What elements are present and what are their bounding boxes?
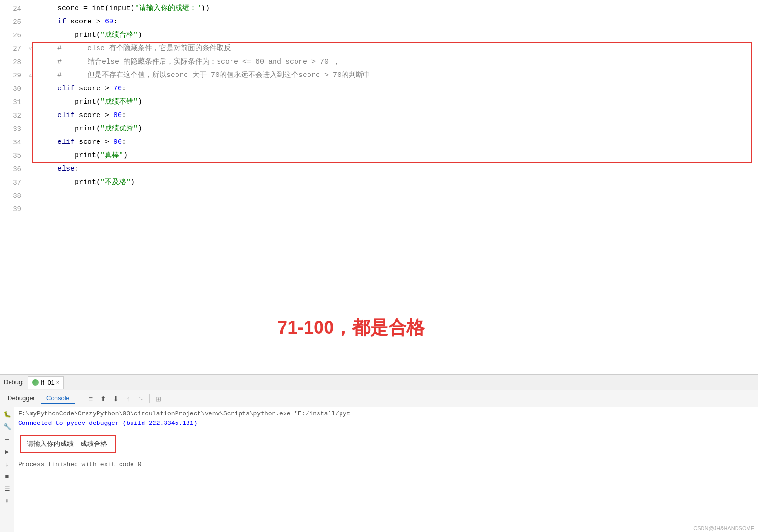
icon-separator-1 (82, 394, 82, 403)
token: : (122, 85, 126, 93)
token: "不及格" (100, 178, 131, 186)
code-line-35: 35 print("真棒") (0, 149, 758, 163)
line-content-31: print("成绩不错") (36, 96, 758, 109)
token: : (122, 111, 126, 119)
code-line-34: 34 elif score > 90: (0, 136, 758, 149)
line-number-38: 38 (0, 189, 29, 203)
gutter-29: △ (29, 69, 36, 82)
token: print( (40, 125, 100, 133)
stop-icon[interactable]: ■ (2, 471, 12, 482)
code-line-38: 38 (0, 189, 758, 203)
debug-icons: ≡ ⬆ ⬇ ↑ ↑ᵣ ⊞ (80, 393, 164, 404)
line-number-32: 32 (0, 109, 29, 122)
token (40, 85, 57, 93)
annotation-text: 71-100，都是合格 (277, 315, 425, 340)
line-content-36: else: (36, 163, 758, 176)
code-line-30: 30 elif score > 70: (0, 82, 758, 96)
token: elif (57, 85, 75, 93)
line-number-39: 39 (0, 203, 29, 216)
token (40, 111, 57, 119)
gutter-27: ▽ (29, 42, 36, 55)
token: score > (66, 18, 105, 26)
code-line-31: 31 print("成绩不错") (0, 96, 758, 109)
token: "成绩合格" (100, 31, 138, 39)
token: "真棒" (100, 152, 123, 160)
token: ) (138, 125, 142, 133)
debug-panel: Debug: If_01 × Debugger Console ≡ ⬆ ⬇ ↑ … (0, 374, 758, 532)
line-content-25: if score > 60: (36, 15, 758, 29)
token: )) (201, 4, 209, 12)
arrow-down-icon[interactable]: ↓ (2, 459, 12, 469)
line-content-34: elif score > 90: (36, 136, 758, 149)
token: score > (75, 111, 113, 119)
token: score > (75, 138, 113, 146)
debug-main[interactable]: F:\myPythonCode\CrazyPython\03\circulati… (14, 407, 758, 532)
debug-tool-tabs: Debugger Console (2, 392, 75, 404)
line-content-32: elif score > 80: (36, 109, 758, 122)
code-line-33: 33 print("成绩优秀") (0, 122, 758, 136)
token: print( (40, 152, 100, 160)
token: print( (40, 31, 100, 39)
token: ) (138, 98, 142, 106)
token: print( (40, 178, 100, 186)
token: # 结合else 的隐藏条件后，实际条件为：score <= 60 and sc… (57, 58, 340, 66)
token: ) (123, 152, 128, 160)
token: elif (57, 111, 75, 119)
token: score > (75, 85, 113, 93)
debug-tab-close[interactable]: × (56, 380, 59, 385)
line-content-28: # 结合else 的隐藏条件后，实际条件为：score <= 60 and sc… (36, 55, 758, 69)
line-content-35: print("真棒") (36, 149, 758, 163)
split-icon[interactable]: ↑ᵣ (135, 393, 146, 404)
token: 70 (113, 85, 122, 93)
code-line-27: 27▽ # else 有个隐藏条件，它是对前面的条件取反 (0, 42, 758, 55)
output-process-finished: Process finished with exit code 0 (18, 460, 754, 469)
line-content-29: # 但是不存在这个值，所以score 大于 70的值永远不会进入到这个score… (36, 69, 758, 82)
wrench-icon[interactable]: 🔧 (2, 422, 12, 432)
filter-icon[interactable]: ≡ (85, 393, 97, 404)
code-lines: 24 score = int(input("请输入你的成绩："))25 if s… (0, 0, 758, 218)
line-number-24: 24 (0, 2, 29, 15)
console-input-text: 请输入你的成绩：成绩合格 (27, 440, 107, 448)
token (40, 71, 57, 79)
token: elif (57, 138, 75, 146)
code-line-25: 25 if score > 60: (0, 15, 758, 29)
code-line-24: 24 score = int(input("请输入你的成绩：")) (0, 2, 758, 15)
token: : (113, 18, 118, 26)
token: ) (138, 31, 142, 39)
token: : (122, 138, 126, 146)
token: "请输入你的成绩：" (135, 4, 201, 12)
line-number-34: 34 (0, 136, 29, 149)
token: ) (131, 178, 135, 186)
token: 90 (113, 138, 122, 146)
down-icon[interactable]: ⬇ (110, 393, 121, 404)
token (40, 138, 57, 146)
token: # else 有个隐藏条件，它是对前面的条件取反 (57, 44, 231, 53)
bug-icon[interactable]: 🐛 (2, 409, 12, 420)
line-number-36: 36 (0, 163, 29, 176)
token: print( (40, 98, 100, 106)
up-small-icon[interactable]: ↑ (122, 393, 134, 404)
code-line-29: 29△ # 但是不存在这个值，所以score 大于 70的值永远不会进入到这个s… (0, 69, 758, 82)
line-content-26: print("成绩合格") (36, 29, 758, 42)
list-icon[interactable]: ☰ (2, 484, 12, 494)
download-icon[interactable]: ⬇ (2, 496, 12, 507)
code-line-37: 37 print("不及格") (0, 176, 758, 189)
token: : (75, 165, 79, 173)
token (40, 58, 57, 66)
tab-console[interactable]: Console (41, 392, 75, 404)
debug-content: 🐛 🔧 — ▶ ↓ ■ ☰ ⬇ F:\myPythonCode\CrazyPyt… (0, 407, 758, 532)
code-line-28: 28 # 结合else 的隐藏条件后，实际条件为：score <= 60 and… (0, 55, 758, 69)
table-icon[interactable]: ⊞ (153, 393, 164, 404)
debug-tab-if01[interactable]: If_01 × (28, 376, 64, 389)
up-icon[interactable]: ⬆ (98, 393, 109, 404)
line-number-37: 37 (0, 176, 29, 189)
token: "成绩优秀" (100, 125, 138, 133)
tab-debugger[interactable]: Debugger (2, 392, 41, 404)
token: score = int(input( (40, 4, 135, 12)
play-icon[interactable]: ▶ (2, 446, 12, 457)
line-number-30: 30 (0, 82, 29, 96)
token: 60 (105, 18, 113, 26)
debug-label: Debug: (4, 379, 24, 386)
debug-sidebar: 🐛 🔧 — ▶ ↓ ■ ☰ ⬇ (0, 407, 14, 532)
debug-toolbar: Debugger Console ≡ ⬆ ⬇ ↑ ↑ᵣ ⊞ (0, 390, 758, 407)
